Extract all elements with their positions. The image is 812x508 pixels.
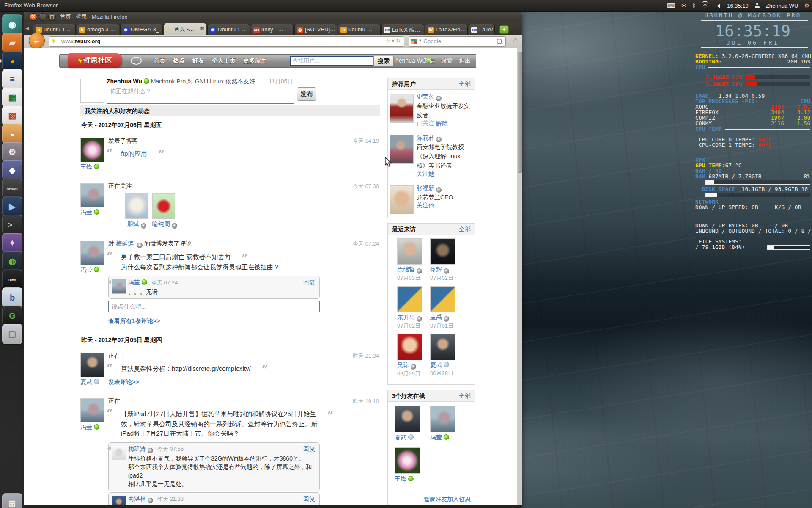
launcher-item-g-app[interactable]: G <box>2 306 22 326</box>
launcher-item-terminal[interactable]: >_ <box>2 215 22 235</box>
chat-bubble-icon[interactable] <box>131 57 142 65</box>
launcher-item-dash-home[interactable]: ◉ <box>2 14 22 35</box>
visitor-name-link[interactable]: 佟辉 <box>430 266 442 273</box>
user-name-link[interactable]: 张福新 <box>417 185 434 191</box>
window-maximize-button[interactable]: ▢ <box>48 13 56 21</box>
tab-9[interactable]: TeXLaTeX 编… <box>381 24 424 35</box>
view-all-link[interactable]: 全部 <box>459 390 471 401</box>
comment-author-link[interactable]: 冯莹 <box>128 279 140 286</box>
post-author-link[interactable]: 王锋 <box>80 163 92 170</box>
user-photo[interactable] <box>390 135 414 164</box>
tab-4[interactable]: ϟ首页 -…✖ <box>164 23 206 35</box>
publish-button[interactable]: 发布 <box>297 87 316 101</box>
followed-name-link[interactable]: 朋斌 <box>127 221 139 227</box>
launcher-item-firefox[interactable]: ◕ <box>2 51 22 71</box>
status-input[interactable]: 你正在想什么？ <box>107 86 294 104</box>
visitor-name-link[interactable]: 孟禹 <box>430 314 442 320</box>
launcher-item-app-gray[interactable]: ▢ <box>2 324 22 344</box>
window-close-button[interactable]: ✕ <box>30 13 37 21</box>
header-link-2[interactable]: 设置 <box>441 57 453 65</box>
launcher-item-mplayer[interactable]: MPlayer <box>2 178 22 199</box>
session-user[interactable]: Zhenhua WU <box>766 3 798 9</box>
search-bar[interactable]: ▼ Google <box>409 36 506 47</box>
search-engine-dropdown-icon[interactable]: ▼ <box>418 39 422 43</box>
tab-3[interactable]: ✱OMEGA-3_… <box>120 24 163 35</box>
tab-scroll-left-icon[interactable]: ◀ <box>25 25 29 31</box>
scrollbar-thumb[interactable] <box>518 52 522 173</box>
window-minimize-button[interactable]: – <box>39 13 47 21</box>
tab-5[interactable]: ✱Ubuntu 1… <box>207 24 250 35</box>
site-nav-3[interactable]: 好友 <box>192 57 204 65</box>
friend-photo[interactable] <box>430 406 455 432</box>
mention-user-link[interactable]: 梅延涛 <box>116 240 134 247</box>
clock[interactable]: 16:35:19 <box>727 3 749 9</box>
launcher-item-libreoffice-calc[interactable]: ▦ <box>2 87 22 108</box>
comment-avatar[interactable] <box>112 496 126 505</box>
launcher-item-libreoffice-writer[interactable]: ≡ <box>2 69 22 89</box>
post-author-link[interactable]: 冯莹 <box>80 209 92 215</box>
composer-user[interactable]: Zhenhua Wu <box>107 78 142 85</box>
keyboard-icon[interactable]: ⌨ <box>667 0 675 11</box>
mail-icon[interactable]: ✉ <box>681 0 686 11</box>
comment-author-link[interactable]: 商湛林 <box>128 495 146 502</box>
quote-link[interactable]: ftp的应用 <box>121 150 147 157</box>
follow-link[interactable]: 关注他 <box>417 202 434 209</box>
tab-7[interactable]: ◎[SOLVED]… <box>294 24 337 35</box>
launcher-item-libreoffice-impress[interactable]: ▧ <box>2 105 22 126</box>
reply-link[interactable]: 回复 <box>303 445 315 453</box>
user-search-input[interactable]: 查找用户... <box>290 56 373 66</box>
new-tab-button[interactable]: + <box>499 25 509 34</box>
site-nav-4[interactable]: 个人主页 <box>212 57 236 65</box>
header-link-3[interactable]: 退出 <box>459 57 471 65</box>
launcher-item-workspace-switcher[interactable]: ⊞ <box>2 493 22 508</box>
user-name-link[interactable]: 史荣久 <box>417 93 434 100</box>
friend-name-link[interactable]: 夏武 <box>395 434 406 441</box>
followed-avatar[interactable] <box>125 193 148 219</box>
view-all-link[interactable]: 全部 <box>459 78 471 89</box>
back-button[interactable]: ← <box>29 33 45 49</box>
follow-link[interactable]: 关注她 <box>417 170 434 177</box>
launcher-item-system-settings[interactable]: ⚙ <box>2 142 22 162</box>
visitor-photo[interactable] <box>397 286 422 312</box>
visitor-photo[interactable] <box>430 334 455 360</box>
followed-avatar[interactable] <box>152 193 175 219</box>
window-titlebar[interactable]: ✕ – ▢ 首页 - 哲思 - Mozilla Firefox <box>24 11 522 22</box>
visitor-photo[interactable] <box>397 238 422 265</box>
friend-name-link[interactable]: 冯莹 <box>430 434 442 441</box>
visitor-photo[interactable] <box>430 286 455 312</box>
site-nav-1[interactable]: 首页 <box>154 57 165 65</box>
post-avatar[interactable] <box>80 241 104 265</box>
comment-author-link[interactable]: 梅延涛 <box>128 445 146 452</box>
user-photo[interactable] <box>390 94 414 123</box>
site-nav-5[interactable]: 更多应用 <box>243 57 267 65</box>
followed-name-link[interactable]: 喻纯周 <box>152 221 170 227</box>
user-icon[interactable] <box>754 3 760 8</box>
volume-icon[interactable] <box>714 3 720 8</box>
bluetooth-icon[interactable]: ᛒ <box>692 0 696 11</box>
comment-avatar[interactable] <box>112 446 126 460</box>
user-name-link[interactable]: 陈莉君 <box>417 134 434 141</box>
comment-input[interactable]: 说点什么吧... <box>108 301 320 312</box>
app-menu-title[interactable]: Firefox Web Browser <box>4 2 58 8</box>
visitor-name-link[interactable]: 夏武 <box>430 362 442 368</box>
search-icon[interactable] <box>497 39 502 44</box>
launcher-item-movie-player[interactable]: ▶ <box>2 196 22 217</box>
friend-photo[interactable] <box>395 406 420 432</box>
launcher-item-app-green-circle[interactable]: ◍ <box>2 251 22 271</box>
user-photo[interactable] <box>390 185 414 214</box>
search-placeholder[interactable]: Google <box>423 38 441 44</box>
tab-8[interactable]: bubuntu … <box>338 24 381 35</box>
url-bar[interactable]: ϟ www.zeuux.org ☆ ▾ ↻ <box>49 36 404 47</box>
launcher-item-ubuntu-one[interactable]: ◆ <box>2 160 22 180</box>
visitor-name-link[interactable]: 吴琼 <box>397 362 409 368</box>
post-author-link[interactable]: 冯莹 <box>80 424 92 431</box>
view-all-link[interactable]: 全部 <box>459 224 471 235</box>
user-search-button[interactable]: 搜索 <box>373 56 394 66</box>
post-avatar[interactable] <box>80 353 104 377</box>
google-icon[interactable] <box>411 39 417 44</box>
site-nav-2[interactable]: 热点 <box>173 57 185 65</box>
home-button[interactable]: ⌂ <box>513 36 518 44</box>
post-avatar[interactable] <box>80 183 104 207</box>
visitor-name-link[interactable]: 东升马 <box>397 314 415 320</box>
tab-2[interactable]: bomega 3 … <box>77 24 119 35</box>
